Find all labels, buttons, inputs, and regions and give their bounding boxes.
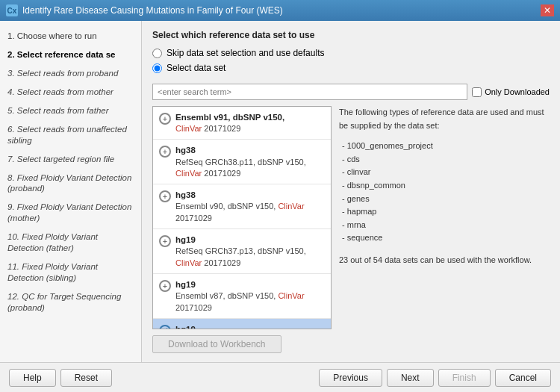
- title-bar: Cx Identify Rare Disease Causing Mutatio…: [0, 0, 560, 21]
- sidebar-item-5[interactable]: 5. Select reads from father: [0, 102, 141, 120]
- download-button[interactable]: Download to Workbench: [152, 335, 281, 353]
- close-button[interactable]: ✕: [541, 4, 554, 16]
- list-item-desc-2: Ensembl v90, dbSNP v150, ClinVar 2017102…: [175, 201, 325, 224]
- previous-button[interactable]: Previous: [319, 369, 382, 387]
- only-downloaded-checkbox[interactable]: [472, 87, 482, 97]
- list-item-desc-4: Ensembl v87, dbSNP v150, ClinVar 2017102…: [175, 290, 325, 314]
- radio-select[interactable]: Select data set: [152, 63, 550, 73]
- info-count: 23 out of 54 data sets can be used with …: [339, 254, 550, 267]
- list-item-icon-3: +: [159, 235, 171, 247]
- sidebar-item-10[interactable]: 10. Fixed Ploidy Variant Detection (fath…: [0, 228, 141, 258]
- sidebar-item-6[interactable]: 6. Select reads from unaffected sibling: [0, 120, 141, 150]
- list-item-title-0: Ensembl v91, dbSNP v150,: [175, 111, 325, 123]
- title-bar-text: Identify Rare Disease Causing Mutations …: [22, 5, 536, 16]
- info-item-1: - cds: [342, 153, 550, 167]
- list-item-title-1: hg38: [175, 144, 325, 156]
- search-input[interactable]: [152, 84, 467, 100]
- list-item-icon-1: +: [159, 146, 171, 158]
- sidebar-item-9[interactable]: 9. Fixed Ploidy Variant Detection (mothe…: [0, 198, 141, 228]
- list-item-title-4: hg19: [175, 279, 325, 290]
- radio-select-input[interactable]: [152, 63, 162, 73]
- list-item-title-5: hg19: [175, 323, 325, 329]
- sidebar-item-8[interactable]: 8. Fixed Ploidy Variant Detection (proba…: [0, 169, 141, 199]
- sidebar-item-2[interactable]: 2. Select reference data se: [0, 46, 141, 64]
- only-downloaded-label[interactable]: Only Downloaded: [472, 87, 550, 97]
- only-downloaded-text: Only Downloaded: [485, 87, 550, 96]
- list-item-icon-0: +: [159, 113, 171, 125]
- list-item-icon-4: +: [159, 280, 171, 292]
- list-item-icon-2: +: [159, 190, 171, 202]
- list-item-5[interactable]: ✓hg19Ensembl v74, dbSNP v138, ClinVar 20…: [153, 319, 331, 329]
- list-item-content-5: hg19Ensembl v74, dbSNP v138, ClinVar 201…: [175, 323, 325, 329]
- info-list: - 1000_genomes_project- cds- clinvar- db…: [342, 140, 550, 245]
- info-text: The following types of reference data ar…: [339, 106, 550, 132]
- radio-select-label: Select data set: [167, 63, 225, 73]
- sidebar-item-11[interactable]: 11. Fixed Ploidy Variant Detection (sibl…: [0, 258, 141, 287]
- cancel-button[interactable]: Cancel: [495, 369, 551, 387]
- list-item-content-3: hg19RefSeq GRCh37.p13, dbSNP v150, ClinV…: [175, 234, 325, 269]
- list-item-title-2: hg38: [175, 189, 325, 201]
- reset-button[interactable]: Reset: [60, 369, 112, 387]
- sidebar-item-1[interactable]: 1. Choose where to run: [0, 27, 141, 46]
- split-area: +Ensembl v91, dbSNP v150,ClinVar 2017102…: [152, 106, 550, 329]
- radio-skip-label: Skip data set selection and use defaults: [167, 48, 324, 58]
- list-item-content-2: hg38Ensembl v90, dbSNP v150, ClinVar 201…: [175, 189, 325, 224]
- info-item-7: - sequence: [342, 231, 550, 245]
- list-item-0[interactable]: +Ensembl v91, dbSNP v150,ClinVar 2017102…: [153, 107, 331, 140]
- bottom-bar: Help Reset Previous Next Finish Cancel: [0, 362, 560, 392]
- radio-group: Skip data set selection and use defaults…: [152, 48, 550, 78]
- help-button[interactable]: Help: [9, 369, 56, 387]
- main-layout: 1. Choose where to run2. Select referenc…: [0, 21, 560, 362]
- list-item-desc-0: ClinVar 20171029: [175, 123, 325, 134]
- btn-group-right: Previous Next Finish Cancel: [319, 369, 551, 387]
- list-item-2[interactable]: +hg38Ensembl v90, dbSNP v150, ClinVar 20…: [153, 184, 331, 229]
- sidebar-item-12[interactable]: 12. QC for Target Sequencing (proband): [0, 287, 141, 317]
- content-title: Select which reference data set to use: [152, 30, 550, 40]
- list-item-4[interactable]: +hg19Ensembl v87, dbSNP v150, ClinVar 20…: [153, 274, 331, 319]
- list-item-content-0: Ensembl v91, dbSNP v150,ClinVar 20171029: [175, 111, 325, 134]
- sidebar-item-7[interactable]: 7. Select targeted region file: [0, 150, 141, 169]
- content-area: Select which reference data set to use S…: [142, 21, 560, 362]
- data-list[interactable]: +Ensembl v91, dbSNP v150,ClinVar 2017102…: [152, 106, 332, 329]
- list-item-content-4: hg19Ensembl v87, dbSNP v150, ClinVar 201…: [175, 279, 325, 314]
- sidebar: 1. Choose where to run2. Select referenc…: [0, 21, 142, 362]
- info-panel: The following types of reference data ar…: [339, 106, 550, 329]
- info-item-2: - clinvar: [342, 166, 550, 179]
- sidebar-item-3[interactable]: 3. Select reads from proband: [0, 64, 141, 83]
- finish-button[interactable]: Finish: [438, 369, 491, 387]
- list-item-content-1: hg38RefSeq GRCh38.p11, dbSNP v150, ClinV…: [175, 144, 325, 179]
- btn-group-left: Help Reset: [9, 369, 112, 387]
- list-item-icon-5: ✓: [159, 325, 171, 329]
- list-item-desc-1: RefSeq GRCh38.p11, dbSNP v150, ClinVar 2…: [175, 157, 325, 180]
- info-item-0: - 1000_genomes_project: [342, 140, 550, 153]
- next-button[interactable]: Next: [387, 369, 434, 387]
- info-item-6: - mrna: [342, 219, 550, 232]
- info-item-5: - hapmap: [342, 205, 550, 219]
- sidebar-item-4[interactable]: 4. Select reads from mother: [0, 83, 141, 102]
- list-item-title-3: hg19: [175, 234, 325, 246]
- radio-skip[interactable]: Skip data set selection and use defaults: [152, 48, 550, 58]
- list-item-desc-3: RefSeq GRCh37.p13, dbSNP v150, ClinVar 2…: [175, 246, 325, 269]
- app-icon: Cx: [6, 4, 18, 16]
- list-item-3[interactable]: +hg19RefSeq GRCh37.p13, dbSNP v150, Clin…: [153, 229, 331, 274]
- list-item-1[interactable]: +hg38RefSeq GRCh38.p11, dbSNP v150, Clin…: [153, 140, 331, 184]
- download-row: Download to Workbench: [152, 335, 550, 353]
- search-row: Only Downloaded: [152, 84, 550, 100]
- info-item-3: - dbsnp_common: [342, 179, 550, 193]
- radio-skip-input[interactable]: [152, 49, 162, 58]
- info-item-4: - genes: [342, 193, 550, 206]
